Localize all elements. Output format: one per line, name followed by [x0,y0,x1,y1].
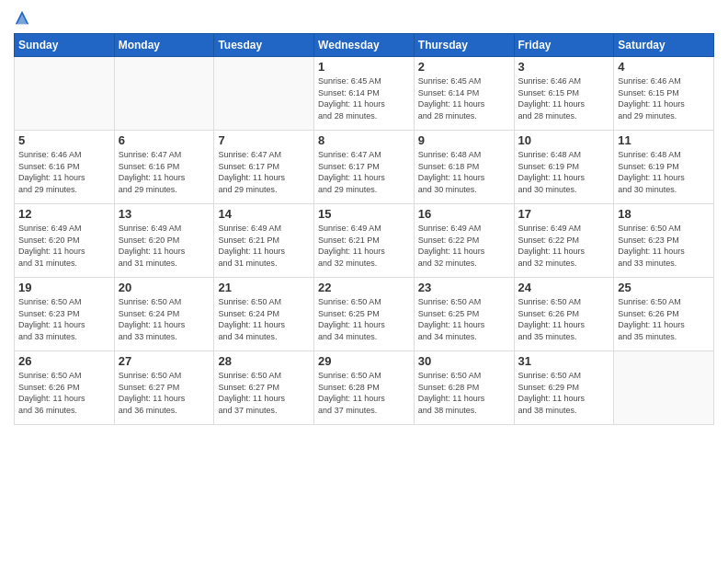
calendar-cell: 28Sunrise: 6:50 AM Sunset: 6:27 PM Dayli… [214,351,314,425]
calendar-cell: 30Sunrise: 6:50 AM Sunset: 6:28 PM Dayli… [414,351,514,425]
day-info: Sunrise: 6:50 AM Sunset: 6:23 PM Dayligh… [18,296,110,342]
calendar-cell: 27Sunrise: 6:50 AM Sunset: 6:27 PM Dayli… [114,351,214,425]
header [14,9,714,26]
weekday-header: Monday [114,34,214,57]
day-info: Sunrise: 6:49 AM Sunset: 6:21 PM Dayligh… [318,223,410,269]
calendar-cell: 5Sunrise: 6:46 AM Sunset: 6:16 PM Daylig… [15,131,115,204]
day-number: 17 [518,207,610,221]
day-info: Sunrise: 6:50 AM Sunset: 6:25 PM Dayligh… [318,296,410,342]
calendar-cell: 6Sunrise: 6:47 AM Sunset: 6:16 PM Daylig… [114,131,214,204]
calendar-cell: 18Sunrise: 6:50 AM Sunset: 6:23 PM Dayli… [614,204,714,278]
day-number: 2 [418,60,510,74]
day-info: Sunrise: 6:50 AM Sunset: 6:28 PM Dayligh… [318,370,410,416]
day-number: 31 [518,354,610,368]
day-number: 1 [318,60,410,74]
calendar-cell: 16Sunrise: 6:49 AM Sunset: 6:22 PM Dayli… [414,204,514,278]
day-number: 24 [518,281,610,294]
weekday-header: Tuesday [214,34,314,57]
calendar-cell: 20Sunrise: 6:50 AM Sunset: 6:24 PM Dayli… [114,278,214,351]
calendar-cell: 14Sunrise: 6:49 AM Sunset: 6:21 PM Dayli… [214,204,314,278]
day-number: 16 [418,207,510,221]
logo-icon [14,9,30,26]
calendar-cell: 13Sunrise: 6:49 AM Sunset: 6:20 PM Dayli… [114,204,214,278]
day-info: Sunrise: 6:50 AM Sunset: 6:24 PM Dayligh… [119,296,210,342]
calendar-cell: 19Sunrise: 6:50 AM Sunset: 6:23 PM Dayli… [15,278,115,351]
calendar-cell: 10Sunrise: 6:48 AM Sunset: 6:19 PM Dayli… [514,131,614,204]
day-info: Sunrise: 6:50 AM Sunset: 6:27 PM Dayligh… [119,370,210,416]
day-number: 11 [618,133,710,147]
day-info: Sunrise: 6:47 AM Sunset: 6:17 PM Dayligh… [318,149,410,195]
calendar-cell: 8Sunrise: 6:47 AM Sunset: 6:17 PM Daylig… [314,131,415,204]
day-number: 6 [119,133,210,147]
day-number: 20 [119,281,210,294]
day-info: Sunrise: 6:50 AM Sunset: 6:24 PM Dayligh… [218,296,310,342]
day-info: Sunrise: 6:46 AM Sunset: 6:16 PM Dayligh… [18,149,110,195]
calendar-cell: 17Sunrise: 6:49 AM Sunset: 6:22 PM Dayli… [514,204,614,278]
day-number: 3 [518,60,610,74]
day-number: 25 [618,281,710,294]
weekday-header: Saturday [614,34,714,57]
calendar-cell: 12Sunrise: 6:49 AM Sunset: 6:20 PM Dayli… [15,204,115,278]
day-info: Sunrise: 6:45 AM Sunset: 6:14 PM Dayligh… [418,75,510,121]
day-number: 12 [18,207,110,221]
day-info: Sunrise: 6:49 AM Sunset: 6:21 PM Dayligh… [218,223,310,269]
day-number: 14 [218,207,310,221]
day-number: 10 [518,133,610,147]
day-info: Sunrise: 6:48 AM Sunset: 6:18 PM Dayligh… [418,149,510,195]
day-info: Sunrise: 6:45 AM Sunset: 6:14 PM Dayligh… [318,75,410,121]
day-number: 27 [119,354,210,368]
day-info: Sunrise: 6:46 AM Sunset: 6:15 PM Dayligh… [518,75,610,121]
day-info: Sunrise: 6:48 AM Sunset: 6:19 PM Dayligh… [518,149,610,195]
day-number: 5 [18,133,110,147]
day-number: 8 [318,133,410,147]
calendar-cell: 26Sunrise: 6:50 AM Sunset: 6:26 PM Dayli… [15,351,115,425]
day-number: 22 [318,281,410,294]
day-number: 23 [418,281,510,294]
day-number: 4 [618,60,710,74]
page: SundayMondayTuesdayWednesdayThursdayFrid… [0,0,728,563]
day-info: Sunrise: 6:49 AM Sunset: 6:20 PM Dayligh… [18,223,110,269]
day-info: Sunrise: 6:46 AM Sunset: 6:15 PM Dayligh… [618,75,710,121]
day-number: 15 [318,207,410,221]
calendar-cell: 4Sunrise: 6:46 AM Sunset: 6:15 PM Daylig… [614,57,714,131]
calendar-cell: 3Sunrise: 6:46 AM Sunset: 6:15 PM Daylig… [514,57,614,131]
day-info: Sunrise: 6:50 AM Sunset: 6:29 PM Dayligh… [518,370,610,416]
calendar-cell: 29Sunrise: 6:50 AM Sunset: 6:28 PM Dayli… [314,351,415,425]
calendar-cell [614,351,714,425]
day-info: Sunrise: 6:50 AM Sunset: 6:26 PM Dayligh… [18,370,110,416]
day-info: Sunrise: 6:48 AM Sunset: 6:19 PM Dayligh… [618,149,710,195]
weekday-header: Wednesday [314,34,415,57]
calendar-cell: 1Sunrise: 6:45 AM Sunset: 6:14 PM Daylig… [314,57,415,131]
calendar-cell: 25Sunrise: 6:50 AM Sunset: 6:26 PM Dayli… [614,278,714,351]
day-number: 26 [18,354,110,368]
day-info: Sunrise: 6:49 AM Sunset: 6:22 PM Dayligh… [518,223,610,269]
calendar-cell: 7Sunrise: 6:47 AM Sunset: 6:17 PM Daylig… [214,131,314,204]
calendar-cell: 21Sunrise: 6:50 AM Sunset: 6:24 PM Dayli… [214,278,314,351]
calendar-cell: 9Sunrise: 6:48 AM Sunset: 6:18 PM Daylig… [414,131,514,204]
calendar-cell: 24Sunrise: 6:50 AM Sunset: 6:26 PM Dayli… [514,278,614,351]
calendar-cell: 15Sunrise: 6:49 AM Sunset: 6:21 PM Dayli… [314,204,415,278]
calendar-cell: 23Sunrise: 6:50 AM Sunset: 6:25 PM Dayli… [414,278,514,351]
day-info: Sunrise: 6:47 AM Sunset: 6:16 PM Dayligh… [119,149,210,195]
day-info: Sunrise: 6:49 AM Sunset: 6:22 PM Dayligh… [418,223,510,269]
day-number: 7 [218,133,310,147]
day-number: 21 [218,281,310,294]
calendar-cell: 31Sunrise: 6:50 AM Sunset: 6:29 PM Dayli… [514,351,614,425]
calendar-cell: 2Sunrise: 6:45 AM Sunset: 6:14 PM Daylig… [414,57,514,131]
weekday-header: Sunday [15,34,115,57]
calendar-cell: 22Sunrise: 6:50 AM Sunset: 6:25 PM Dayli… [314,278,415,351]
day-number: 19 [18,281,110,294]
day-number: 29 [318,354,410,368]
day-number: 13 [119,207,210,221]
day-number: 28 [218,354,310,368]
calendar-cell [114,57,214,131]
day-info: Sunrise: 6:50 AM Sunset: 6:26 PM Dayligh… [618,296,710,342]
day-info: Sunrise: 6:50 AM Sunset: 6:27 PM Dayligh… [218,370,310,416]
weekday-header: Thursday [414,34,514,57]
day-number: 18 [618,207,710,221]
calendar-cell [15,57,115,131]
day-info: Sunrise: 6:50 AM Sunset: 6:28 PM Dayligh… [418,370,510,416]
day-info: Sunrise: 6:50 AM Sunset: 6:25 PM Dayligh… [418,296,510,342]
logo [14,9,34,26]
weekday-header: Friday [514,34,614,57]
